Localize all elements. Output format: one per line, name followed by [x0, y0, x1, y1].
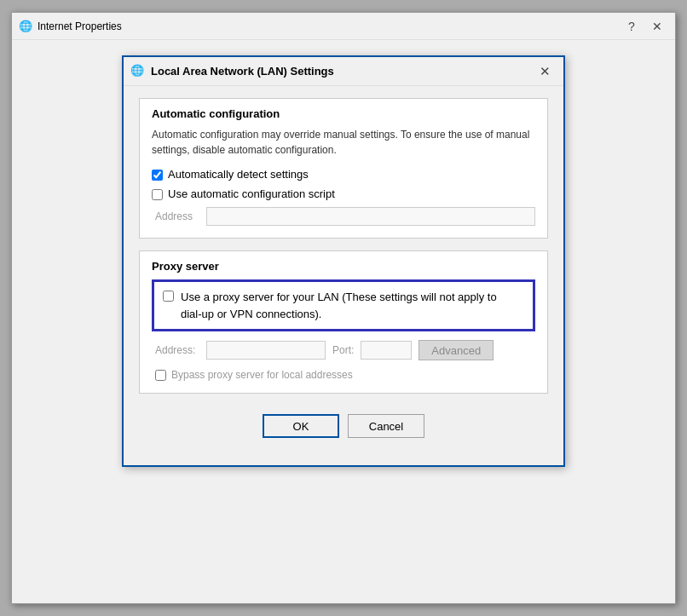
- proxy-server-checkbox[interactable]: [163, 291, 174, 302]
- cancel-button[interactable]: Cancel: [348, 414, 424, 438]
- bypass-row: Bypass proxy server for local addresses: [152, 369, 535, 381]
- proxy-port-label: Port:: [332, 344, 354, 356]
- auto-script-row: Use automatic configuration script: [152, 187, 535, 200]
- inner-titlebar: 🌐 Local Area Network (LAN) Settings ✕: [124, 57, 563, 86]
- inner-close-button[interactable]: ✕: [533, 61, 557, 82]
- dialog-body: Automatic configuration Automatic config…: [124, 86, 563, 465]
- outer-titlebar-buttons: ? ✕: [621, 16, 668, 37]
- lan-settings-dialog: 🌐 Local Area Network (LAN) Settings ✕ Au…: [122, 55, 565, 467]
- proxy-address-label: Address:: [155, 344, 199, 356]
- auto-config-title: Automatic configuration: [152, 107, 535, 120]
- proxy-server-title: Proxy server: [152, 260, 535, 273]
- outer-window: 🌐 Internet Properties ? ✕ 🌐 Local Area N…: [11, 12, 676, 604]
- bypass-label: Bypass proxy server for local addresses: [171, 369, 353, 381]
- auto-config-address-input[interactable]: [206, 207, 535, 226]
- auto-script-checkbox[interactable]: [152, 189, 163, 200]
- advanced-button[interactable]: Advanced: [419, 340, 494, 360]
- outer-window-icon: 🌐: [19, 20, 32, 33]
- detect-settings-label: Automatically detect settings: [168, 168, 309, 181]
- proxy-port-input[interactable]: [361, 341, 412, 360]
- proxy-highlighted-row: Use a proxy server for your LAN (These s…: [152, 279, 535, 331]
- inner-dialog-title: Local Area Network (LAN) Settings: [151, 65, 533, 78]
- outer-titlebar: 🌐 Internet Properties ? ✕: [12, 13, 675, 40]
- auto-config-description: Automatic configuration may override man…: [152, 127, 535, 158]
- dialog-footer: OK Cancel: [139, 406, 548, 452]
- proxy-server-label: Use a proxy server for your LAN (These s…: [181, 289, 497, 322]
- auto-config-address-row: Address: [152, 207, 535, 226]
- outer-close-button[interactable]: ✕: [646, 16, 668, 37]
- bypass-checkbox[interactable]: [155, 370, 166, 381]
- ok-button[interactable]: OK: [263, 414, 339, 438]
- outer-window-title: Internet Properties: [38, 20, 621, 32]
- detect-settings-checkbox[interactable]: [152, 170, 163, 181]
- proxy-fields-row: Address: Port: Advanced: [152, 340, 535, 360]
- proxy-address-input[interactable]: [206, 341, 326, 360]
- outer-help-button[interactable]: ?: [621, 16, 643, 37]
- proxy-server-section: Proxy server Use a proxy server for your…: [139, 250, 548, 394]
- auto-script-label: Use automatic configuration script: [168, 187, 335, 200]
- auto-config-section: Automatic configuration Automatic config…: [139, 98, 548, 239]
- detect-settings-row: Automatically detect settings: [152, 168, 535, 181]
- auto-config-address-label: Address: [155, 210, 199, 222]
- inner-window-icon: 🌐: [130, 64, 146, 79]
